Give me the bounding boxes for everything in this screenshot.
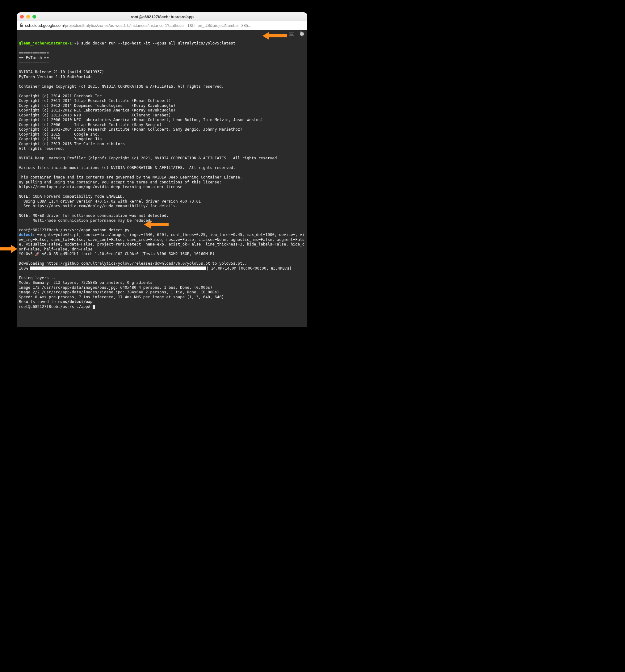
- detect-line: detect: weights=yolov5s.pt, source=data/…: [19, 232, 305, 251]
- copyright-line: Copyright (c) 2011-2014 Idiap Research I…: [19, 98, 171, 103]
- copyright-line: Copyright (c) 2006-2010 NEC Laboratories…: [19, 117, 263, 122]
- nvidia-copyright: Container image Copyright (c) 2021, NVID…: [19, 84, 224, 89]
- url-bar[interactable]: ssh.cloud.google.com/projects/ultralytic…: [17, 21, 307, 30]
- note-mofed-line: Multi-node communication performance may…: [19, 218, 152, 223]
- svg-rect-10: [292, 34, 292, 34]
- prompt-user: glenn_jocher@instance-1: [19, 41, 72, 45]
- license-line: By pulling and using the container, you …: [19, 180, 221, 184]
- copyright-line: All rights reserved.: [19, 146, 65, 151]
- keyboard-icon[interactable]: [289, 31, 294, 37]
- progress-pct: 100%: [19, 266, 28, 270]
- prompt-cmd2: python detect.py: [93, 227, 129, 232]
- copyright-line: Copyright (c) 2001-2004 Idiap Research I…: [19, 127, 242, 131]
- minimize-window-button[interactable]: [26, 15, 30, 19]
- svg-rect-5: [292, 33, 292, 33]
- annotation-arrow: [0, 245, 17, 252]
- cursor: [93, 305, 95, 309]
- line-prompt1: glenn_jocher@instance-1:~$ sudo docker r…: [19, 41, 235, 45]
- detect-label: detect:: [19, 232, 38, 237]
- url-host: ssh.cloud.google.com: [25, 23, 64, 28]
- results-prefix: Results saved to: [19, 299, 58, 304]
- line-prompt2: root@c682127f8ceb:/usr/src/app# python d…: [19, 227, 129, 232]
- settings-icon[interactable]: [298, 31, 304, 37]
- nvidia-release: NVIDIA Release 21.10 (build 28019337): [19, 70, 104, 74]
- copyright-line: Copyright (c) 2013-2016 The Caffe contri…: [19, 141, 125, 146]
- svg-rect-7: [289, 34, 290, 34]
- window-controls: [20, 15, 36, 19]
- svg-rect-2: [289, 33, 290, 33]
- terminal-top-icons: [289, 31, 304, 37]
- svg-rect-4: [291, 33, 292, 33]
- banner-line: =============: [19, 50, 49, 55]
- license-line: This container image and its contents ar…: [19, 175, 242, 179]
- terminal-content[interactable]: glenn_jocher@instance-1:~$ sudo docker r…: [17, 30, 307, 327]
- line-prompt3: root@c682127f8ceb:/usr/src/app#: [19, 304, 95, 309]
- copyright-line: Copyright (c) 2015 Google Inc.: [19, 132, 99, 137]
- yolo-version-line: YOLOv5 🚀 v6.0-85-gd5b21b1 torch 1.10.0+c…: [19, 251, 215, 256]
- copyright-line: Copyright (c) 2011-2013 NYU (Clement Far…: [19, 113, 171, 117]
- progress-bar: [30, 266, 206, 270]
- pytorch-version: PyTorch Version 1.10.0a0+0aef44c: [19, 74, 93, 79]
- svg-rect-9: [291, 34, 292, 34]
- prompt-cmd: sudo docker run --ipc=host -it --gpus al…: [81, 41, 235, 45]
- svg-rect-3: [290, 33, 291, 33]
- lock-icon: [20, 23, 23, 27]
- maximize-window-button[interactable]: [32, 15, 36, 19]
- image-result-line: image 1/2 /usr/src/app/data/images/bus.j…: [19, 285, 213, 290]
- download-line: Downloading https://github.com/ultralyti…: [19, 261, 249, 266]
- svg-rect-11: [293, 34, 293, 34]
- note-cuda-line: See https://docs.nvidia.com/deploy/cuda-…: [19, 203, 178, 208]
- image-result-line: image 2/2 /usr/src/app/data/images/zidan…: [19, 290, 219, 294]
- copyright-line: Copyright (c) 2011-2012 NEC Laboratories…: [19, 108, 175, 113]
- copyright-line: Copyright (c) 2006 Idiap Research Instit…: [19, 122, 162, 127]
- dlprof-line: NVIDIA Deep Learning Profiler (dlprof) C…: [19, 155, 279, 160]
- banner-line: == PyTorch ==: [19, 55, 49, 60]
- url-path: /projects/ultralytics/zones/us-west1-b/i…: [64, 23, 251, 28]
- note-mofed-line: NOTE: MOFED driver for multi-node commun…: [19, 213, 169, 218]
- copyright-line: Copyright (c) 2012-2014 Deepmind Technol…: [19, 103, 175, 108]
- svg-rect-12: [290, 34, 293, 35]
- window-titlebar: root@c682127f8ceb: /usr/src/app: [17, 13, 307, 21]
- progress-line: 100%|| 14.0M/14.0M [00:00<00:00, 83.4MB/…: [19, 266, 291, 270]
- license-line: https://developer.nvidia.com/ngc/nvidia-…: [19, 184, 183, 189]
- svg-rect-8: [290, 34, 291, 34]
- svg-rect-6: [293, 33, 293, 33]
- speed-line: Speed: 0.4ms pre-process, 7.1ms inferenc…: [19, 295, 224, 299]
- close-window-button[interactable]: [20, 15, 24, 19]
- results-path: runs/detect/exp: [58, 299, 93, 304]
- svg-rect-0: [20, 25, 23, 27]
- banner-line: =============: [19, 60, 49, 65]
- prompt-root: root@c682127f8ceb:/usr/src/app#: [19, 227, 93, 232]
- fusing-line: Fusing layers...: [19, 275, 55, 280]
- progress-stats: | 14.0M/14.0M [00:00<00:00, 83.4MB/s]: [206, 266, 291, 270]
- note-cuda-line: Using CUDA 11.4 driver version 470.57.02…: [19, 199, 203, 203]
- prompt-sep: :~$: [72, 41, 81, 45]
- prompt-root-final: root@c682127f8ceb:/usr/src/app#: [19, 304, 93, 309]
- window-title: root@c682127f8ceb: /usr/src/app: [17, 15, 307, 19]
- terminal-window: root@c682127f8ceb: /usr/src/app ssh.clou…: [17, 13, 307, 327]
- results-line: Results saved to runs/detect/exp: [19, 299, 93, 304]
- detect-params: weights=yolov5s.pt, source=data/images, …: [19, 232, 305, 251]
- various-line: Various files include modifications (c) …: [19, 165, 235, 170]
- copyright-line: Copyright (c) 2014-2021 Facebook Inc.: [19, 94, 104, 98]
- model-summary-line: Model Summary: 213 layers, 7225885 param…: [19, 280, 152, 285]
- copyright-line: Copyright (c) 2015 Yangqing Jia: [19, 137, 102, 141]
- note-cuda-line: NOTE: CUDA Forward Compatibility mode EN…: [19, 194, 125, 198]
